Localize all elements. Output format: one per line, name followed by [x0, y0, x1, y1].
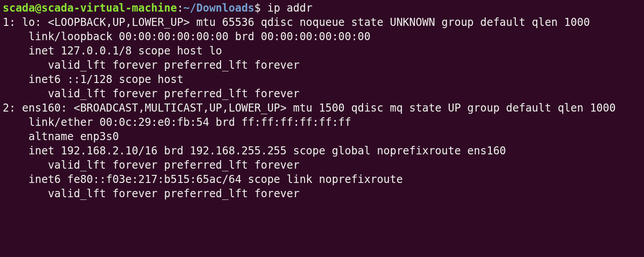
prompt-user: scada@scada-virtual-machine: [3, 2, 177, 14]
output-line: 2: ens160: <BROADCAST,MULTICAST,UP,LOWER…: [3, 102, 616, 114]
output-line: altname enp3s0: [3, 130, 119, 143]
output-line: inet6 ::1/128 scope host: [3, 73, 190, 86]
output-line: inet 192.168.2.10/16 brd 192.168.255.255…: [3, 145, 506, 157]
output-line: 1: lo: <LOOPBACK,UP,LOWER_UP> mtu 65536 …: [3, 16, 590, 29]
prompt-dollar: $: [255, 2, 268, 14]
output-line: valid_lft forever preferred_lft forever: [3, 159, 300, 171]
prompt-path: ~/Downloads: [184, 2, 255, 14]
output-line: valid_lft forever preferred_lft forever: [3, 59, 300, 71]
prompt-colon: :: [177, 2, 183, 14]
output-line: link/loopback 00:00:00:00:00:00 brd 00:0…: [3, 30, 371, 43]
output-line: inet 127.0.0.1/8 scope host lo: [3, 45, 222, 57]
output-line: valid_lft forever preferred_lft forever: [3, 187, 300, 200]
output-line: valid_lft forever preferred_lft forever: [3, 87, 300, 100]
output-line: inet6 fe80::f03e:217:b515:65ac/64 scope …: [3, 173, 409, 186]
command-text: ip addr: [267, 2, 312, 14]
terminal[interactable]: scada@scada-virtual-machine:~/Downloads$…: [0, 0, 644, 202]
output-line: link/ether 00:0c:29:e0:fb:54 brd ff:ff:f…: [3, 116, 351, 128]
